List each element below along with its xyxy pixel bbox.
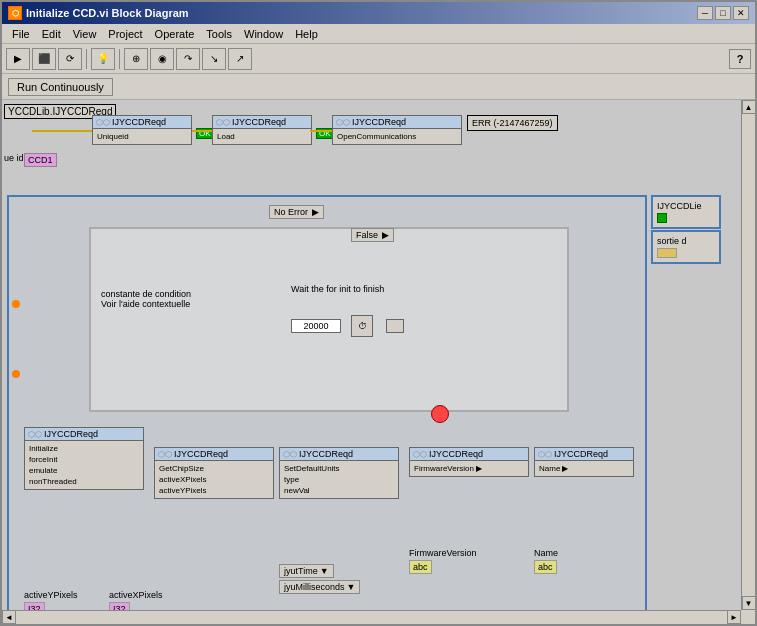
vi-block-name-header: ⬡⬡ IJYCCDReqd	[535, 448, 633, 461]
highlight-button[interactable]: 💡	[91, 48, 115, 70]
menu-project[interactable]: Project	[102, 27, 148, 41]
pause-button[interactable]: ⟳	[58, 48, 82, 70]
numeric-control[interactable]: 20000	[291, 319, 341, 333]
jyut-time-dropdown[interactable]: jyutTime ▼	[279, 564, 334, 578]
abc-badge-name: abc	[534, 560, 557, 574]
vi-block-load-header: ⬡⬡ IJYCCDReqd	[213, 116, 311, 129]
menu-view[interactable]: View	[67, 27, 103, 41]
jy-label1: IJYCCDLie	[657, 201, 715, 211]
main-frame: No Error ▶ False ▶ constante de conditio…	[7, 195, 647, 610]
breakpoint-button[interactable]: ◉	[150, 48, 174, 70]
menu-window[interactable]: Window	[238, 27, 289, 41]
app-icon: ⬡	[8, 6, 22, 20]
vi-block-opencoms-body: OpenCommunications	[333, 129, 461, 144]
i32-badge-1: I32	[24, 602, 45, 610]
scroll-track-v[interactable]	[742, 114, 756, 596]
timer-icon: ⏱	[351, 315, 373, 337]
wire-h1	[32, 130, 92, 132]
green-indicator	[657, 213, 667, 223]
vi-block-gcs-body: GetChipSize activeXPixels activeYPixels	[155, 461, 273, 498]
case-frame: False ▶ constante de condition Voir l'ai…	[89, 227, 569, 412]
stop-button-inner[interactable]	[431, 405, 449, 423]
scroll-down-button[interactable]: ▼	[742, 596, 756, 610]
port-firmware: FirmwareVersion ▶	[414, 463, 524, 474]
scroll-right-button[interactable]: ►	[727, 610, 741, 624]
jy-milli-dropdown[interactable]: jyuMilliseconds ▼	[279, 580, 360, 594]
port-nonthreaded: nonThreaded	[29, 476, 139, 487]
wire-junction-1	[12, 300, 20, 308]
main-canvas: YCCDLib.IJYCCDReqd ue id: CCD1 ⬡⬡ IJYCCD…	[2, 100, 741, 610]
sortie-block: sortie d	[651, 230, 721, 264]
wire-junction-2	[12, 370, 20, 378]
name-out-label: Name	[534, 548, 558, 558]
step-over[interactable]: ↷	[176, 48, 200, 70]
wire-h3	[310, 130, 332, 132]
probe-button[interactable]: ⊕	[124, 48, 148, 70]
close-button[interactable]: ✕	[733, 6, 749, 20]
port-opencoms: OpenCommunications	[337, 131, 457, 142]
scroll-up-button[interactable]: ▲	[742, 100, 756, 114]
vi-block-uniqueid: ⬡⬡ IJYCCDReqd Uniqueid	[92, 115, 192, 145]
firmware-out-label: FirmwareVersion	[409, 548, 477, 558]
false-selector[interactable]: False ▶	[351, 228, 394, 242]
canvas-inner: YCCDLib.IJYCCDReqd ue id: CCD1 ⬡⬡ IJYCCD…	[2, 100, 741, 610]
scroll-track-h[interactable]	[16, 610, 727, 624]
no-error-selector[interactable]: No Error ▶	[269, 205, 324, 219]
step-out[interactable]: ↗	[228, 48, 252, 70]
context-help-button[interactable]: ?	[729, 49, 751, 69]
scroll-left-button[interactable]: ◄	[2, 610, 16, 624]
vi-block-load-body: Load	[213, 129, 311, 144]
i32-badge-2: I32	[109, 602, 130, 610]
sortie-label: sortie d	[657, 236, 715, 246]
menu-operate[interactable]: Operate	[149, 27, 201, 41]
vi-block-fw-body: FirmwareVersion ▶	[410, 461, 528, 476]
wait-text: Wait the for init to finish	[291, 284, 384, 294]
vi-block-sdu-body: SetDefaultUnits type newVal	[280, 461, 398, 498]
port-newval: newVal	[284, 485, 394, 496]
vi-block-getchipsize: ⬡⬡ IJYCCDReqd GetChipSize activeXPixels …	[154, 447, 274, 499]
scrollbar-vertical: ▲ ▼	[741, 100, 755, 610]
vi-block-uniqueid-header: ⬡⬡ IJYCCDReqd	[93, 116, 191, 129]
menu-file[interactable]: File	[6, 27, 36, 41]
menu-tools[interactable]: Tools	[200, 27, 238, 41]
minimize-button[interactable]: ─	[697, 6, 713, 20]
toolbar-separator	[86, 49, 87, 69]
vi-block-name-body: Name ▶	[535, 461, 633, 476]
vi-block-initialize: ⬡⬡ IJYCCDReqd Initialize forceInit emula…	[24, 427, 144, 490]
stop-button-toolbar[interactable]: ⬛	[32, 48, 56, 70]
menu-edit[interactable]: Edit	[36, 27, 67, 41]
toolbar: ▶ ⬛ ⟳ 💡 ⊕ ◉ ↷ ↘ ↗ ?	[2, 44, 755, 74]
jy-block-right: IJYCCDLie	[651, 195, 721, 229]
queue-label: ue id:	[4, 153, 26, 163]
title-controls: ─ □ ✕	[697, 6, 749, 20]
bottom-bar: ◄ ►	[2, 610, 755, 624]
vi-block-uniqueid-body: Uniqueid	[93, 129, 191, 144]
port-uniqueid: Uniqueid	[97, 131, 187, 142]
vi-block-load: ⬡⬡ IJYCCDReqd Load	[212, 115, 312, 145]
content-area: YCCDLib.IJYCCDReqd ue id: CCD1 ⬡⬡ IJYCCD…	[2, 100, 755, 610]
port-name: Name ▶	[539, 463, 629, 474]
wire-h2	[192, 130, 212, 132]
port-initialize: Initialize	[29, 443, 139, 454]
sortie-indicator-row	[657, 248, 715, 258]
step-into[interactable]: ↘	[202, 48, 226, 70]
toolbar-separator2	[119, 49, 120, 69]
port-getchipsize: GetChipSize	[159, 463, 269, 474]
vi-block-name: ⬡⬡ IJYCCDReqd Name ▶	[534, 447, 634, 477]
abc-badge-firmware: abc	[409, 560, 432, 574]
port-emulate: emulate	[29, 465, 139, 476]
sortie-indicator	[657, 248, 677, 258]
maximize-button[interactable]: □	[715, 6, 731, 20]
vi-block-setdefault: ⬡⬡ IJYCCDReqd SetDefaultUnits type newVa…	[279, 447, 399, 499]
vi-block-init-header: ⬡⬡ IJYCCDReqd	[25, 428, 143, 441]
menu-bar: File Edit View Project Operate Tools Win…	[2, 24, 755, 44]
activey-label: activeYPixels	[24, 590, 78, 600]
window-title: Initialize CCD.vi Block Diagram	[26, 7, 189, 19]
port-activey: activeYPixels	[159, 485, 269, 496]
run-continuously-button[interactable]: Run Continuously	[8, 78, 113, 96]
menu-help[interactable]: Help	[289, 27, 324, 41]
run-button-toolbar[interactable]: ▶	[6, 48, 30, 70]
small-block	[386, 319, 404, 333]
port-setdefault: SetDefaultUnits	[284, 463, 394, 474]
activex-label: activeXPixels	[109, 590, 163, 600]
